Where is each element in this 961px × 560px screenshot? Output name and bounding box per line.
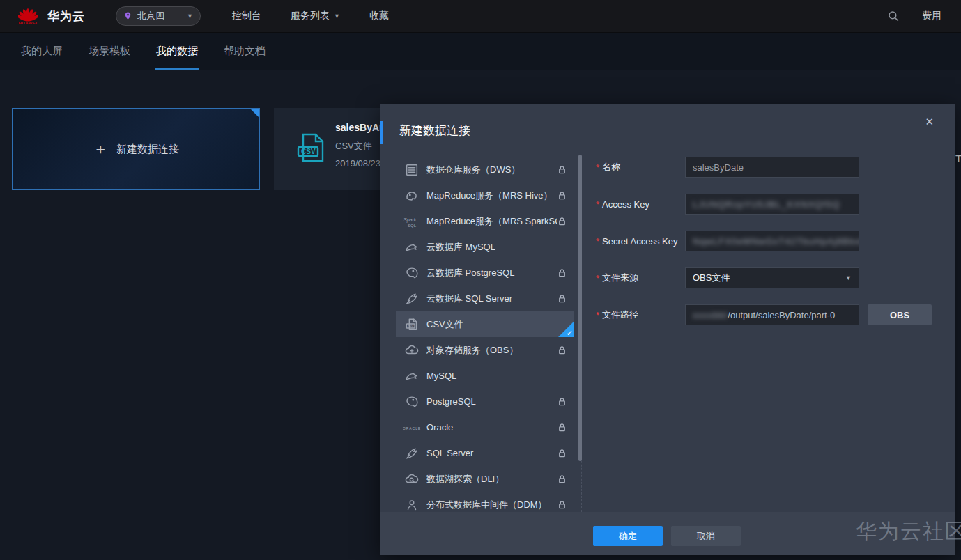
dialog-footer: 确定 取消 华为云社区 — [380, 512, 955, 555]
form-row-name: *名称 — [596, 157, 859, 178]
name-label: 名称 — [602, 161, 620, 173]
datasource-label: 云数据库 MySQL — [426, 241, 568, 254]
connection-title: salesByAr — [335, 122, 383, 133]
favorites-label: 收藏 — [369, 10, 389, 22]
datasource-label: 云数据库 SQL Server — [426, 293, 557, 305]
nav-item-favorites[interactable]: 收藏 — [369, 10, 389, 22]
access-key-label: Access Key — [602, 199, 649, 210]
datasource-item-mysql[interactable]: MySQL — [396, 363, 574, 389]
datasource-item-postgresql[interactable]: PostgreSQL — [396, 389, 574, 414]
tab-1[interactable]: 场景模板 — [87, 45, 132, 70]
lock-icon — [557, 293, 567, 304]
obs-icon — [403, 343, 421, 358]
datasource-item-sqlserver[interactable]: 云数据库 SQL Server — [396, 286, 574, 311]
secret-key-label: Secret Access Key — [602, 236, 677, 247]
datasource-label: MySQL — [426, 371, 568, 381]
form-row-file-source: *文件来源 OBS文件 ▼ — [596, 267, 859, 288]
scrollbar-thumb[interactable] — [578, 155, 582, 461]
datasource-item-obs[interactable]: 对象存储服务（OBS） — [396, 337, 574, 363]
masked-value: LJUNQRzpYU5JBL_KXNXQfSQ — [693, 199, 840, 210]
file-path-value: /output/salesByDate/part-0 — [728, 310, 835, 320]
file-source-label: 文件来源 — [602, 272, 638, 284]
datasource-item-oracle[interactable]: ORACLEOracle — [396, 414, 574, 440]
datasource-item-sqlserver[interactable]: SQL Server — [396, 440, 574, 466]
form-row-secret-key: *Secret Access Key NqwLFX0eMNwGxT42TbuHp… — [596, 231, 859, 251]
csv-icon: CSV — [403, 317, 421, 332]
datasource-label: 对象存储服务（OBS） — [426, 344, 557, 357]
sqlserver-icon — [403, 291, 421, 306]
form-row-access-key: *Access Key LJUNQRzpYU5JBL_KXNXQfSQ — [596, 194, 859, 215]
tab-0[interactable]: 我的大屏 — [20, 45, 64, 70]
datasource-label: PostgreSQL — [426, 396, 557, 407]
nav-item-service-list[interactable]: 服务列表 ▼ — [291, 10, 340, 22]
required-asterisk: * — [596, 236, 599, 247]
datasource-label: 云数据库 PostgreSQL — [426, 267, 557, 279]
region-label: 北京四 — [137, 10, 187, 22]
community-watermark: 华为云社区 — [856, 518, 961, 546]
region-selector[interactable]: 北京四 ▼ — [116, 6, 201, 26]
cancel-button[interactable]: 取消 — [671, 526, 741, 546]
datasource-item-csv[interactable]: CSVCSV文件✓ — [396, 311, 574, 337]
oracle-icon: ORACLE — [403, 420, 421, 435]
plus-icon: ＋ — [93, 141, 108, 157]
ok-button[interactable]: 确定 — [593, 526, 663, 546]
lock-icon — [557, 190, 567, 201]
lock-icon — [557, 345, 567, 355]
svg-text:CSV: CSV — [301, 148, 316, 155]
form-row-file-path: *文件路径 xxxxbkt/output/salesByDate/part-0 — [596, 304, 859, 325]
datasource-label: MapReduce服务（MRS Hive） — [426, 189, 557, 202]
masked-path-prefix: xxxxbkt — [693, 310, 728, 320]
datasource-label: 分布式数据库中间件（DDM） — [426, 499, 557, 511]
datasource-label: 数据湖探索（DLI） — [426, 473, 557, 485]
chevron-down-icon: ▼ — [334, 13, 340, 20]
new-connection-dialog: 新建数据连接 ✕ 数据仓库服务（DWS）MapReduce服务（MRS Hive… — [380, 104, 955, 555]
chevron-down-icon: ▼ — [187, 13, 193, 20]
ddm-icon — [403, 497, 421, 513]
datasource-item-postgresql[interactable]: 云数据库 PostgreSQL — [396, 260, 574, 286]
secret-key-input[interactable]: NqwLFX0eMNwGxT42TbuHpAj8BbxBxd — [685, 231, 859, 251]
datasource-item-dws[interactable]: 数据仓库服务（DWS） — [396, 157, 574, 182]
close-icon[interactable]: ✕ — [922, 113, 937, 131]
datasource-item-ddm[interactable]: 分布式数据库中间件（DDM） — [396, 492, 574, 512]
datasource-item-mrs-hive[interactable]: MapReduce服务（MRS Hive） — [396, 182, 574, 208]
file-source-select[interactable]: OBS文件 ▼ — [685, 267, 859, 288]
csv-file-icon: CSV — [295, 130, 328, 166]
obs-browse-button[interactable]: OBS — [868, 304, 932, 325]
postgresql-icon — [403, 265, 421, 281]
datasource-label: CSV文件 — [426, 318, 568, 331]
billing-link[interactable]: 费用 — [922, 10, 941, 22]
lock-icon — [557, 216, 567, 226]
huawei-wordmark: HUAWEI — [19, 21, 38, 25]
required-asterisk: * — [596, 199, 599, 210]
huawei-logo[interactable]: HUAWEI — [18, 7, 38, 25]
access-key-input[interactable]: LJUNQRzpYU5JBL_KXNXQfSQ — [685, 194, 859, 215]
datasource-item-mysql[interactable]: 云数据库 MySQL — [396, 234, 574, 260]
datasource-label: MapReduce服务（MRS SparkSQL） — [426, 215, 557, 228]
tab-2[interactable]: 我的数据 — [155, 45, 199, 70]
tab-3[interactable]: 帮助文档 — [222, 45, 267, 70]
connection-date: 2019/08/23 — [335, 158, 380, 169]
nav-item-console[interactable]: 控制台 — [232, 10, 261, 22]
tab-bar: 我的大屏场景模板我的数据帮助文档 — [0, 33, 961, 70]
title-accent-bar — [380, 121, 383, 144]
datasource-list: 数据仓库服务（DWS）MapReduce服务（MRS Hive）SparkSQL… — [396, 157, 574, 512]
dialog-title: 新建数据连接 — [399, 123, 470, 139]
datasource-item-dli[interactable]: 数据湖探索（DLI） — [396, 466, 574, 492]
top-navbar: HUAWEI 华为云 北京四 ▼ 控制台 服务列表 ▼ 收藏 费用 — [0, 0, 961, 33]
svg-text:SQL: SQL — [408, 224, 417, 228]
chevron-down-icon: ▼ — [845, 274, 852, 281]
search-button[interactable] — [887, 10, 900, 22]
datasource-label: Oracle — [426, 422, 557, 433]
file-source-value: OBS文件 — [693, 272, 730, 284]
brand-title[interactable]: 华为云 — [47, 8, 85, 24]
name-input[interactable] — [685, 157, 859, 178]
service-list-label: 服务列表 — [291, 10, 330, 22]
svg-text:Spark: Spark — [403, 217, 417, 223]
datasource-item-spark-sql[interactable]: SparkSQLMapReduce服务（MRS SparkSQL） — [396, 208, 574, 234]
lock-icon — [557, 448, 567, 458]
required-asterisk: * — [596, 310, 599, 320]
new-data-connection-card[interactable]: ＋ 新建数据连接 — [12, 108, 260, 190]
file-path-input[interactable]: xxxxbkt/output/salesByDate/part-0 — [685, 304, 859, 325]
search-icon — [887, 10, 900, 22]
dli-icon — [403, 472, 421, 487]
